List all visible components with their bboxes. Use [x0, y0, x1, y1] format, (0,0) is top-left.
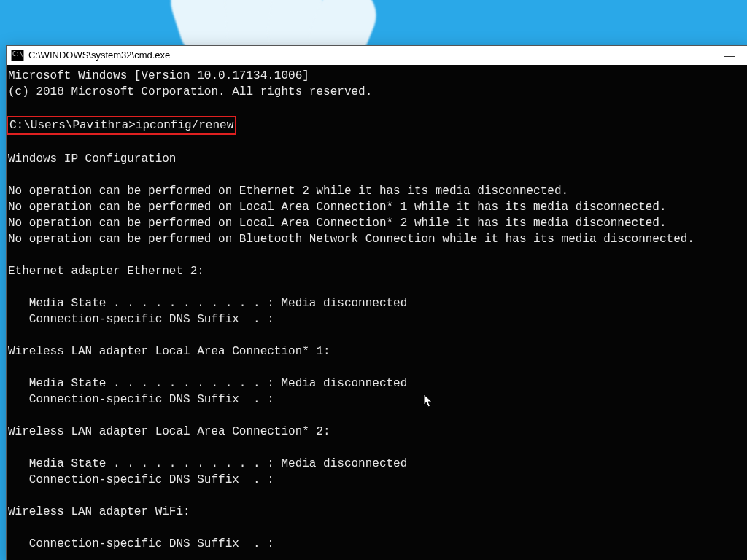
- terminal-line: No operation can be performed on Bluetoo…: [8, 233, 694, 246]
- highlighted-command: C:\Users\Pavithra>ipconfig/renew: [7, 116, 236, 135]
- terminal-output[interactable]: Microsoft Windows [Version 10.0.17134.10…: [7, 65, 747, 560]
- titlebar[interactable]: C:\WINDOWS\system32\cmd.exe —: [7, 46, 747, 65]
- terminal-line: Connection-specific DNS Suffix . :: [8, 313, 274, 326]
- terminal-line: No operation can be performed on Local A…: [8, 217, 667, 230]
- terminal-line: Connection-specific DNS Suffix . :: [8, 537, 274, 551]
- terminal-line: Connection-specific DNS Suffix . :: [8, 393, 274, 406]
- terminal-line: Connection-specific DNS Suffix . :: [8, 473, 274, 486]
- minimize-button[interactable]: —: [720, 50, 739, 61]
- terminal-line: No operation can be performed on Local A…: [8, 201, 667, 214]
- terminal-line: Microsoft Windows [Version 10.0.17134.10…: [8, 69, 309, 82]
- adapter-title: Ethernet adapter Ethernet 2:: [8, 265, 204, 278]
- terminal-line: Media State . . . . . . . . . . . : Medi…: [8, 297, 407, 310]
- window-controls: —: [720, 50, 743, 61]
- terminal-line: Media State . . . . . . . . . . . : Medi…: [8, 457, 407, 470]
- adapter-title: Wireless LAN adapter Local Area Connecti…: [8, 345, 330, 358]
- cmd-icon: [11, 50, 24, 61]
- terminal-line: Windows IP Configuration: [8, 152, 176, 166]
- prompt-line: C:\Users\Pavithra>ipconfig/renew: [9, 119, 233, 132]
- adapter-title: Wireless LAN adapter Local Area Connecti…: [8, 425, 330, 438]
- terminal-line: (c) 2018 Microsoft Corporation. All righ…: [8, 85, 372, 98]
- window-title: C:\WINDOWS\system32\cmd.exe: [28, 50, 720, 61]
- adapter-title: Wireless LAN adapter WiFi:: [8, 505, 190, 518]
- terminal-line: Media State . . . . . . . . . . . : Medi…: [8, 377, 407, 390]
- terminal-line: No operation can be performed on Etherne…: [8, 184, 568, 198]
- cmd-window: C:\WINDOWS\system32\cmd.exe — Microsoft …: [6, 45, 747, 560]
